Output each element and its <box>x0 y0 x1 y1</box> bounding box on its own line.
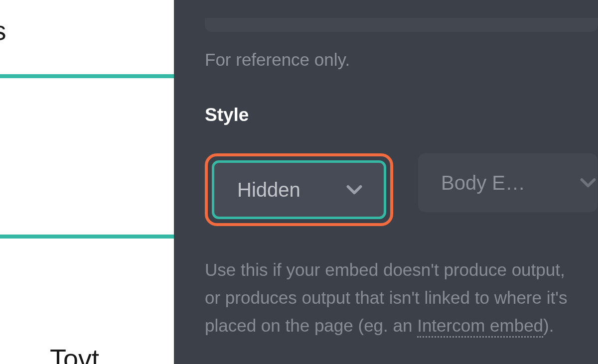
chevron-down-icon <box>579 173 598 192</box>
style-dropdown-value: Hidden <box>237 179 300 201</box>
secondary-style-dropdown-value: Body E… <box>441 172 525 194</box>
properties-panel: For reference only. Style Hidden Body E… <box>174 0 598 364</box>
sidebar-label-partial-bottom: Tovt <box>50 343 99 364</box>
style-description-underlined: Intercom embed <box>417 316 543 338</box>
style-description: Use this if your embed doesn't produce o… <box>205 256 598 340</box>
sidebar-divider-bottom <box>0 235 174 239</box>
reference-note: For reference only. <box>205 50 598 70</box>
style-dropdown[interactable]: Hidden <box>205 153 393 226</box>
style-description-tail: ). <box>543 316 554 335</box>
sidebar-label-partial-top: ts <box>0 15 6 46</box>
sidebar-divider-top <box>0 74 174 78</box>
style-dropdown-row: Hidden Body E… <box>205 153 598 226</box>
previous-field-fragment <box>205 18 598 32</box>
secondary-style-dropdown[interactable]: Body E… <box>418 153 598 212</box>
sidebar-fragment: ts Tovt <box>0 0 174 364</box>
chevron-down-icon <box>345 180 364 199</box>
style-section-heading: Style <box>205 105 598 125</box>
